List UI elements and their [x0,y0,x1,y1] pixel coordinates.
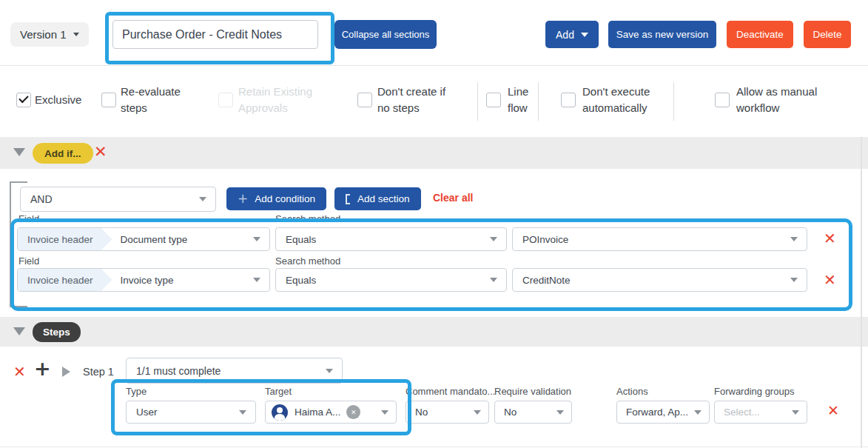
steps-badge[interactable]: Steps [33,322,81,342]
chevron-down-icon [474,410,481,415]
add-button-label: Add [556,29,574,41]
add-if-badge[interactable]: Add if... [33,143,93,164]
chevron-down-icon [694,410,702,415]
checkbox-label-line-flow: Line flow [508,84,539,116]
checkbox-label-retain-existing-approvals: Retain Existing Approvals [238,84,323,116]
chevron-down-icon [490,278,497,282]
chevron-down-icon [490,237,497,241]
add-dropdown-button[interactable]: Add [545,21,599,48]
steps-section-header: Steps [0,317,868,347]
header-toolbar: Version 1 Collapse all sections Add Save… [0,0,868,65]
collapse-triangle-icon[interactable] [13,327,25,335]
comment-mandatory-label: Comment mandato... [406,386,495,397]
chevron-down-icon [199,197,206,201]
search-method-label: Search method [275,255,340,267]
chevron-down-icon [73,33,79,36]
checkbox-label-dont-create-if-no-steps: Don't create if no steps [377,84,457,116]
chevron-down-icon [581,33,588,37]
field-select[interactable]: Invoice header Document type [17,227,270,251]
search-method-select[interactable]: Equals [275,227,507,251]
chevron-down-icon [326,369,333,373]
clear-target-icon[interactable]: ✕ [346,405,360,419]
condition-value: POInvoice [513,234,568,245]
chevron-down-icon [556,410,564,415]
forwarding-groups-select[interactable]: Select... [714,401,807,424]
field-select[interactable]: Invoice header Invoice type [17,268,270,292]
search-method-select[interactable]: Equals [275,268,507,292]
scroll-track [861,137,862,448]
chevron-down-icon [381,410,388,415]
condition-builder: AND + Add condition Add section Clear al… [0,169,868,317]
collapse-triangle-icon[interactable] [13,148,25,156]
condition-value-select[interactable]: POInvoice [512,227,807,251]
field-value: Invoice type [112,275,174,286]
remove-step-row-button[interactable]: ✕ [827,403,839,418]
chevron-down-icon [792,410,799,415]
checkbox-label-allow-as-manual-workflow: Allow as manual workflow [736,84,829,116]
checkbox-label-dont-execute-automatically: Don't execute automatically [582,84,664,116]
collapse-all-sections-button[interactable]: Collapse all sections [334,20,437,49]
add-condition-button[interactable]: + Add condition [226,187,326,210]
comment-mandatory-value: No [406,407,428,418]
field-label: Field [18,255,39,267]
add-section-label: Add section [357,193,410,204]
search-method-label: Search method [275,213,340,224]
workflow-name-input[interactable] [112,20,318,49]
step-number-label: Step 1 [83,366,114,378]
checkbox-allow-as-manual-workflow[interactable] [715,93,730,107]
checkbox-label-reevaluate-steps: Re-evaluate steps [121,84,191,116]
bracket-icon [346,194,350,204]
deactivate-button[interactable]: Deactivate [727,21,793,48]
version-dropdown[interactable]: Version 1 [10,22,89,47]
require-validation-select[interactable]: No [494,401,572,424]
condition-value: CreditNote [513,275,571,286]
version-label: Version 1 [20,28,67,41]
target-label: Target [265,386,292,397]
checkbox-retain-existing-approvals [218,93,233,107]
require-validation-label: Require validation [494,386,571,397]
require-validation-value: No [495,407,517,418]
checkbox-dont-create-if-no-steps[interactable] [357,93,372,107]
type-select[interactable]: User [126,401,256,424]
field-group-tag: Invoice header [18,228,112,250]
checkbox-exclusive[interactable] [16,93,31,107]
comment-mandatory-select[interactable]: No [406,401,489,424]
target-value: Haima A... [288,407,340,418]
plus-icon: + [238,193,248,205]
user-avatar-icon [272,404,288,421]
search-method-value: Equals [276,275,316,286]
chevron-down-icon [239,410,246,415]
page-bottom-border [0,447,868,447]
type-value: User [127,407,158,418]
add-step-button[interactable]: + [34,358,51,378]
play-icon[interactable] [62,367,70,377]
add-section-button[interactable]: Add section [334,187,421,210]
checkbox-reevaluate-steps[interactable] [101,93,116,107]
add-condition-label: Add condition [255,193,315,204]
target-select[interactable]: Haima A... ✕ [265,401,397,424]
actions-value: Forward, Ap... [617,407,688,418]
search-method-value: Equals [276,234,316,245]
checkbox-line-flow[interactable] [486,93,501,107]
condition-value-select[interactable]: CreditNote [512,268,807,292]
chevron-down-icon [790,237,798,241]
type-label: Type [126,386,147,397]
workflow-options-row: Exclusive Re-evaluate steps Retain Exist… [0,65,868,138]
actions-select[interactable]: Forward, Ap... [616,401,710,424]
field-label: Field [18,213,39,224]
remove-condition-row-button[interactable]: ✕ [824,231,836,246]
forwarding-groups-label: Forwarding groups [714,386,794,397]
delete-button[interactable]: Delete [804,21,851,48]
checkbox-label-exclusive: Exclusive [35,92,81,108]
save-as-new-version-button[interactable]: Save as new version [608,21,716,48]
clear-all-link[interactable]: Clear all [433,192,473,204]
completion-rule-select[interactable]: 1/1 must complete [126,358,343,384]
remove-condition-row-button[interactable]: ✕ [824,273,836,287]
logic-operator-select[interactable]: AND [20,187,216,212]
remove-condition-section-button[interactable]: ✕ [94,144,107,159]
delete-step-button[interactable]: ✕ [13,364,26,379]
checkbox-dont-execute-automatically[interactable] [561,93,576,107]
actions-label: Actions [616,386,648,397]
step-editor: ✕ + Step 1 1/1 must complete Type Target… [0,347,868,448]
forwarding-groups-placeholder: Select... [715,407,760,418]
